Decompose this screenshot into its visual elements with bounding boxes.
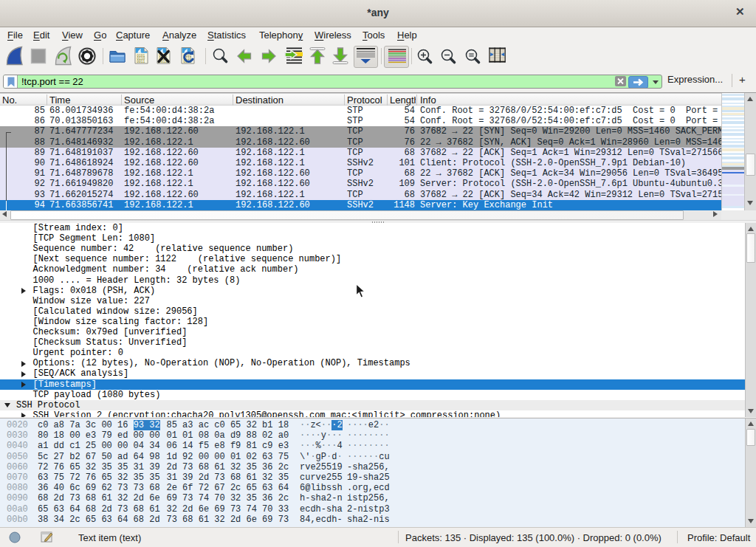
- svg-text:0011: 0011: [137, 60, 145, 63]
